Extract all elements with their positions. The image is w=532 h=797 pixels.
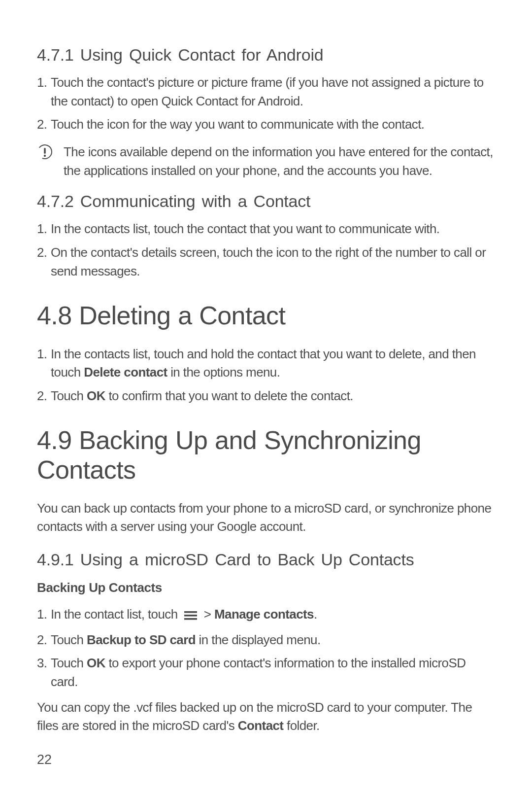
list-item: 1. In the contact list, touch > Manage c… (37, 605, 495, 626)
bold-text: OK (87, 656, 105, 670)
list-text: Touch the icon for the way you want to c… (51, 115, 495, 134)
svg-rect-4 (184, 618, 197, 620)
list-item: 2. Touch Backup to SD card in the displa… (37, 631, 495, 650)
bold-text: Manage contacts (214, 607, 314, 622)
text: to export your phone contact's informati… (51, 656, 466, 689)
page-number: 22 (37, 752, 52, 767)
list-item: 2. On the contact's details screen, touc… (37, 243, 495, 280)
list-text: On the contact's details screen, touch t… (51, 243, 495, 280)
menu-icon (184, 607, 198, 626)
svg-point-1 (44, 155, 46, 157)
list-4-7-1: 1. Touch the contact's picture or pictur… (37, 73, 495, 134)
bold-text: Delete contact (84, 365, 167, 380)
list-text: Touch OK to confirm that you want to del… (51, 387, 495, 406)
paragraph: You can copy the .vcf files backed up on… (37, 698, 495, 735)
list-text: Touch OK to export your phone contact's … (51, 654, 495, 691)
svg-rect-2 (184, 611, 197, 613)
text: folder. (283, 718, 319, 733)
text: in the displayed menu. (196, 632, 321, 647)
heading-4-9: 4.9 Backing Up and Synchronizing Contact… (37, 425, 495, 485)
text: in the options menu. (167, 365, 280, 380)
subheading-backing-up: Backing Up Contacts (37, 580, 495, 595)
list-number: 2. (37, 243, 51, 280)
bold-text: OK (87, 388, 105, 403)
list-item: 2. Touch OK to confirm that you want to … (37, 387, 495, 406)
svg-rect-0 (44, 148, 46, 154)
list-item: 3. Touch OK to export your phone contact… (37, 654, 495, 691)
heading-4-8: 4.8 Deleting a Contact (37, 301, 495, 330)
text: In the contact list, touch (51, 607, 181, 622)
list-item: 1. In the contacts list, touch and hold … (37, 345, 495, 382)
list-text: In the contact list, touch > Manage cont… (51, 605, 495, 626)
list-item: 1. Touch the contact's picture or pictur… (37, 73, 495, 110)
list-4-9-1: 1. In the contact list, touch > Manage c… (37, 605, 495, 692)
list-number: 2. (37, 115, 51, 134)
text: Touch (51, 632, 87, 647)
paragraph: You can back up contacts from your phone… (37, 499, 495, 536)
list-4-7-2: 1. In the contacts list, touch the conta… (37, 220, 495, 280)
list-text: In the contacts list, touch and hold the… (51, 345, 495, 382)
list-number: 2. (37, 387, 51, 406)
text: Touch (51, 388, 87, 403)
list-text: Touch the contact's picture or picture f… (51, 73, 495, 110)
text: . (314, 607, 317, 622)
svg-rect-3 (184, 615, 197, 617)
manual-page: 4.7.1 Using Quick Contact for Android 1.… (0, 0, 532, 797)
list-item: 1. In the contacts list, touch the conta… (37, 220, 495, 239)
note-text: The icons available depend on the inform… (64, 143, 495, 180)
list-number: 1. (37, 605, 51, 626)
text: > (204, 607, 214, 622)
list-number: 3. (37, 654, 51, 691)
text: to confirm that you want to delete the c… (105, 388, 353, 403)
list-number: 2. (37, 631, 51, 650)
list-number: 1. (37, 345, 51, 382)
text: Touch (51, 656, 87, 670)
list-text: Touch Backup to SD card in the displayed… (51, 631, 495, 650)
list-item: 2. Touch the icon for the way you want t… (37, 115, 495, 134)
bold-text: Contact (238, 718, 284, 733)
bold-text: Backup to SD card (87, 632, 196, 647)
note-block: The icons available depend on the inform… (37, 143, 495, 180)
list-number: 1. (37, 220, 51, 239)
list-number: 1. (37, 73, 51, 110)
heading-4-7-1: 4.7.1 Using Quick Contact for Android (37, 45, 495, 65)
heading-4-9-1: 4.9.1 Using a microSD Card to Back Up Co… (37, 550, 495, 569)
list-text: In the contacts list, touch the contact … (51, 220, 495, 239)
list-4-8: 1. In the contacts list, touch and hold … (37, 345, 495, 406)
note-icon (37, 143, 64, 180)
heading-4-7-2: 4.7.2 Communicating with a Contact (37, 192, 495, 211)
